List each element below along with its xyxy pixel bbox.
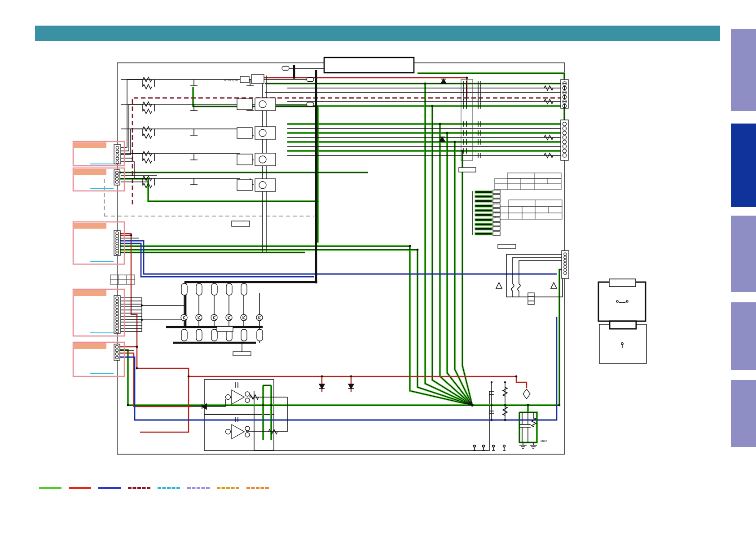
legend-dashed-purple: [187, 487, 210, 489]
connector-mid: [561, 120, 568, 160]
signal-table-1: [495, 173, 561, 190]
section-divider: [104, 179, 314, 216]
connector-top: [561, 80, 568, 108]
wire-color-legend: [39, 487, 269, 489]
part-number-label: HT927/91: [224, 79, 238, 82]
module-5: [73, 342, 124, 376]
warning-triangle-icons: [496, 283, 557, 288]
sidebar-tab-1[interactable]: [731, 29, 756, 111]
detail-box-top: [598, 279, 646, 321]
module-4: [73, 289, 124, 336]
legend-solid-red: [69, 487, 91, 489]
sidebar-tab-5[interactable]: [731, 380, 756, 447]
module-2: [73, 168, 124, 191]
sidebar-tab-2[interactable]: [731, 124, 756, 207]
ground-net-label: GND2: [541, 439, 547, 442]
sidebar-tab-4[interactable]: [731, 302, 756, 370]
legend-dashed-cyan: [158, 487, 180, 489]
module-1: [73, 141, 124, 166]
legend-dashed-orange: [246, 487, 269, 489]
schematic-border: [117, 63, 565, 454]
service-manual-page: { "header": { "bar_color": "#3a91a4" }, …: [0, 0, 756, 535]
connector-low: [562, 251, 569, 279]
legend-dashed-maroon: [128, 487, 150, 489]
schematic-canvas: HT927/91 GND2: [0, 0, 756, 535]
legend-solid-green: [39, 487, 62, 489]
gnd-cluster: [489, 387, 537, 448]
signal-table-2: [495, 200, 562, 219]
sub-board-outline: [204, 380, 489, 451]
title-box: [324, 57, 414, 73]
legend-solid-blue: [98, 487, 121, 489]
module-3: [73, 222, 124, 264]
legend-dashed-gold: [217, 487, 239, 489]
header-bar: [35, 26, 720, 41]
detail-box-bottom: [599, 321, 646, 363]
resistor-array: [475, 190, 500, 235]
sidebar-tab-3[interactable]: [731, 216, 756, 292]
